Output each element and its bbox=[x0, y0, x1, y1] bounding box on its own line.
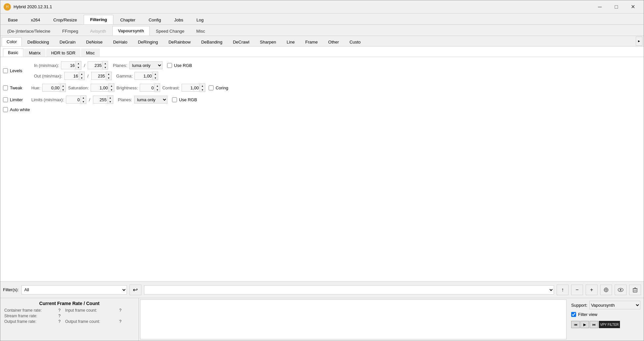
subtab-deinterlace[interactable]: (De-)Interlace/Telecine bbox=[2, 26, 56, 36]
limiter-label[interactable]: Limiter bbox=[10, 97, 23, 102]
levels-label[interactable]: Levels bbox=[10, 68, 22, 73]
brightness-field[interactable] bbox=[140, 84, 155, 92]
filtertab-derainbow[interactable]: DeRainbow bbox=[163, 37, 195, 46]
tab-crop-resize[interactable]: Crop/Resize bbox=[47, 15, 83, 24]
maximize-button[interactable]: □ bbox=[609, 2, 624, 12]
tab-log[interactable]: Log bbox=[190, 15, 210, 24]
levels-in-min-up[interactable]: ▲ bbox=[76, 61, 81, 65]
delete-button[interactable] bbox=[629, 285, 641, 295]
levels-in-min-down[interactable]: ▼ bbox=[76, 65, 81, 69]
levels-out-min-field[interactable] bbox=[64, 72, 79, 80]
coring-label[interactable]: Coring bbox=[216, 85, 228, 90]
subtab-misc[interactable]: Misc bbox=[191, 26, 211, 36]
tab-config[interactable]: Config bbox=[142, 15, 167, 24]
minimize-button[interactable]: ─ bbox=[592, 2, 607, 12]
innertab-misc[interactable]: Misc bbox=[81, 48, 100, 57]
levels-gamma-up[interactable]: ▲ bbox=[153, 72, 158, 76]
limiter-planes-select[interactable]: luma only all chroma only bbox=[134, 96, 167, 104]
filtertab-custom[interactable]: Custo bbox=[344, 37, 366, 46]
tab-chapter[interactable]: Chapter bbox=[114, 15, 142, 24]
levels-out-max-down[interactable]: ▼ bbox=[106, 76, 111, 80]
subtab-ffmpeg[interactable]: FFmpeg bbox=[57, 26, 84, 36]
eye-button[interactable] bbox=[615, 285, 627, 295]
move-up-button[interactable]: ↑ bbox=[557, 285, 569, 295]
hue-up[interactable]: ▲ bbox=[60, 84, 66, 88]
hue-field[interactable] bbox=[42, 84, 60, 92]
filter-value-select[interactable] bbox=[144, 285, 554, 294]
filtertab-other[interactable]: Other bbox=[323, 37, 344, 46]
levels-in-max-field[interactable] bbox=[88, 61, 102, 69]
limiter-checkbox[interactable] bbox=[3, 97, 8, 102]
limiter-usergb-label[interactable]: Use RGB bbox=[179, 97, 197, 102]
limit-max-up[interactable]: ▲ bbox=[108, 96, 113, 100]
levels-in-max-up[interactable]: ▲ bbox=[102, 61, 108, 65]
filtertab-dehalo[interactable]: DeHalo bbox=[108, 37, 132, 46]
subtab-speed-change[interactable]: Speed Change bbox=[150, 26, 190, 36]
filter-all-select[interactable]: All bbox=[21, 285, 127, 294]
tweak-checkbox[interactable] bbox=[3, 85, 8, 90]
limit-min-field[interactable] bbox=[66, 96, 81, 104]
saturation-down[interactable]: ▼ bbox=[109, 88, 114, 92]
tab-base[interactable]: Base bbox=[2, 15, 24, 24]
tab-x264[interactable]: x264 bbox=[25, 15, 46, 24]
subtab-vapoursynth[interactable]: Vapoursynth bbox=[112, 26, 150, 36]
levels-out-max-up[interactable]: ▲ bbox=[106, 72, 111, 76]
levels-out-min-up[interactable]: ▲ bbox=[79, 72, 84, 76]
limit-min-down[interactable]: ▼ bbox=[81, 100, 86, 104]
tweak-label[interactable]: Tweak bbox=[10, 85, 22, 90]
filtertab-sharpen[interactable]: Sharpen bbox=[255, 37, 281, 46]
filter-view-checkbox[interactable] bbox=[571, 312, 576, 317]
filtertab-debanding[interactable]: DeBanding bbox=[196, 37, 227, 46]
autowhite-checkbox[interactable] bbox=[3, 107, 8, 112]
filtertab-line[interactable]: Line bbox=[282, 37, 300, 46]
filter-view-label[interactable]: Filter view bbox=[578, 312, 598, 317]
coring-checkbox[interactable] bbox=[209, 85, 214, 90]
innertab-matrix[interactable]: Matrix bbox=[24, 48, 45, 57]
tab-filtering[interactable]: Filtering bbox=[84, 15, 113, 24]
innertab-basic[interactable]: Basic bbox=[3, 48, 23, 57]
play-prev-button[interactable]: ⏮ bbox=[571, 321, 580, 328]
levels-in-min-field[interactable] bbox=[61, 61, 76, 69]
brightness-up[interactable]: ▲ bbox=[155, 84, 160, 88]
move-button[interactable] bbox=[600, 285, 612, 295]
levels-gamma-down[interactable]: ▼ bbox=[153, 76, 158, 80]
contrast-up[interactable]: ▲ bbox=[200, 84, 205, 88]
saturation-field[interactable] bbox=[91, 84, 109, 92]
brightness-down[interactable]: ▼ bbox=[155, 88, 160, 92]
contrast-field[interactable] bbox=[182, 84, 200, 92]
levels-out-min-down[interactable]: ▼ bbox=[79, 76, 84, 80]
filtertab-deringing[interactable]: DeRinging bbox=[133, 37, 163, 46]
filtertab-decrawl[interactable]: DeCrawl bbox=[228, 37, 254, 46]
subtab-avisynth[interactable]: Avisynth bbox=[84, 26, 112, 36]
remove-button[interactable]: − bbox=[571, 285, 583, 295]
filtertab-frame[interactable]: Frame bbox=[300, 37, 323, 46]
support-select[interactable]: Vapoursynth Avisynth bbox=[589, 301, 640, 309]
undo-button[interactable]: ↩ bbox=[130, 285, 141, 295]
filtertab-color[interactable]: Color bbox=[2, 37, 22, 46]
autowhite-label[interactable]: Auto white bbox=[10, 107, 30, 112]
limit-min-up[interactable]: ▲ bbox=[81, 96, 86, 100]
levels-checkbox[interactable] bbox=[3, 68, 8, 73]
play-button[interactable]: ▶ bbox=[580, 321, 589, 328]
levels-usergb-label[interactable]: Use RGB bbox=[174, 63, 192, 68]
limit-max-field[interactable] bbox=[93, 96, 108, 104]
close-button[interactable]: ✕ bbox=[625, 2, 640, 12]
limiter-usergb-checkbox[interactable] bbox=[172, 97, 177, 102]
levels-planes-select[interactable]: luma only all chroma only bbox=[129, 61, 162, 69]
levels-usergb-checkbox[interactable] bbox=[167, 63, 172, 68]
play-next-button[interactable]: ⏭ bbox=[590, 321, 598, 328]
tab-jobs[interactable]: Jobs bbox=[168, 15, 189, 24]
limit-max-down[interactable]: ▼ bbox=[108, 100, 113, 104]
innertab-hdr-to-sdr[interactable]: HDR to SDR bbox=[46, 48, 80, 57]
filtertab-degrain[interactable]: DeGrain bbox=[55, 37, 80, 46]
filtertab-deblocking[interactable]: DeBlocking bbox=[22, 37, 54, 46]
hue-down[interactable]: ▼ bbox=[60, 88, 66, 92]
contrast-down[interactable]: ▼ bbox=[200, 88, 205, 92]
add-button[interactable]: + bbox=[586, 285, 598, 295]
saturation-up[interactable]: ▲ bbox=[109, 84, 114, 88]
levels-gamma-field[interactable] bbox=[134, 72, 153, 80]
filter-tab-scroll-right[interactable]: ► bbox=[636, 37, 642, 46]
levels-out-max-field[interactable] bbox=[91, 72, 106, 80]
levels-in-max-down[interactable]: ▼ bbox=[102, 65, 108, 69]
filtertab-denoise[interactable]: DeNoise bbox=[81, 37, 107, 46]
